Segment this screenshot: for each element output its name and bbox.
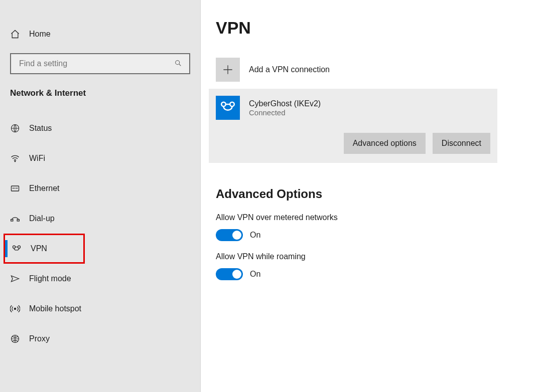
airplane-icon xyxy=(10,274,20,284)
sidebar-item-mobile-hotspot[interactable]: Mobile hotspot xyxy=(0,294,200,324)
disconnect-button[interactable]: Disconnect xyxy=(433,133,490,154)
search-icon xyxy=(174,59,182,69)
sidebar-item-ethernet[interactable]: Ethernet xyxy=(0,173,200,204)
vpn-connection-card[interactable]: CyberGhost (IKEv2) Connected Advanced op… xyxy=(209,89,497,163)
nav-list: Status WiFi Ethernet xyxy=(10,113,190,354)
advanced-options-button[interactable]: Advanced options xyxy=(344,133,426,154)
svg-point-0 xyxy=(176,60,180,64)
sidebar-item-label: Ethernet xyxy=(29,184,59,193)
add-vpn-button[interactable]: Add a VPN connection xyxy=(209,58,529,82)
sidebar-item-dialup[interactable]: Dial-up xyxy=(0,204,200,234)
ethernet-icon xyxy=(10,183,20,193)
vpn-connection-icon xyxy=(216,96,240,120)
sidebar-item-flight-mode[interactable]: Flight mode xyxy=(0,264,200,294)
vpn-connection-status: Connected xyxy=(249,108,321,117)
sidebar-item-label: Status xyxy=(29,124,52,133)
vpn-icon xyxy=(12,244,22,254)
sidebar-item-label: VPN xyxy=(31,244,47,253)
metered-toggle[interactable] xyxy=(216,229,243,241)
add-vpn-label: Add a VPN connection xyxy=(249,65,330,74)
sidebar-item-status[interactable]: Status xyxy=(0,113,200,143)
sidebar-item-wifi[interactable]: WiFi xyxy=(0,143,200,173)
sidebar-item-proxy[interactable]: Proxy xyxy=(0,324,200,354)
home-icon xyxy=(10,29,20,39)
hotspot-icon xyxy=(10,304,20,314)
plus-icon xyxy=(216,58,240,82)
category-header: Network & Internet xyxy=(10,88,190,98)
globe-icon xyxy=(10,123,20,133)
svg-point-7 xyxy=(18,246,21,248)
metered-toggle-state: On xyxy=(250,231,260,240)
sidebar-item-label: Proxy xyxy=(29,334,50,343)
option-metered-label: Allow VPN over metered networks xyxy=(216,213,529,222)
option-roaming-label: Allow VPN while roaming xyxy=(216,252,529,261)
wifi-icon xyxy=(10,153,20,163)
svg-point-10 xyxy=(221,102,226,107)
svg-point-8 xyxy=(14,308,16,309)
dialup-icon xyxy=(10,214,20,224)
sidebar-item-label: Mobile hotspot xyxy=(29,304,81,313)
option-metered: Allow VPN over metered networks On xyxy=(216,213,529,241)
svg-point-11 xyxy=(230,102,234,107)
home-label: Home xyxy=(29,30,51,39)
sidebar-item-vpn[interactable]: VPN xyxy=(4,234,85,264)
content: VPN Add a VPN connection CyberGhost (IKE… xyxy=(201,0,541,392)
roaming-toggle-state: On xyxy=(250,270,260,279)
svg-rect-3 xyxy=(12,186,19,191)
search-input[interactable] xyxy=(18,59,174,69)
svg-rect-5 xyxy=(17,220,19,221)
svg-rect-4 xyxy=(11,220,13,221)
page-title: VPN xyxy=(216,18,529,38)
svg-point-2 xyxy=(15,161,16,162)
sidebar-item-label: Flight mode xyxy=(29,274,71,283)
sidebar-item-label: Dial-up xyxy=(29,214,55,223)
advanced-options-header: Advanced Options xyxy=(216,187,529,201)
roaming-toggle[interactable] xyxy=(216,268,243,280)
svg-point-6 xyxy=(13,246,16,248)
sidebar-item-label: WiFi xyxy=(29,154,45,163)
option-roaming: Allow VPN while roaming On xyxy=(216,252,529,280)
home-button[interactable]: Home xyxy=(10,24,190,44)
vpn-connection-name: CyberGhost (IKEv2) xyxy=(249,99,321,108)
proxy-icon xyxy=(10,334,20,344)
search-box[interactable] xyxy=(10,53,190,74)
sidebar: Home Network & Internet Status xyxy=(0,0,201,392)
